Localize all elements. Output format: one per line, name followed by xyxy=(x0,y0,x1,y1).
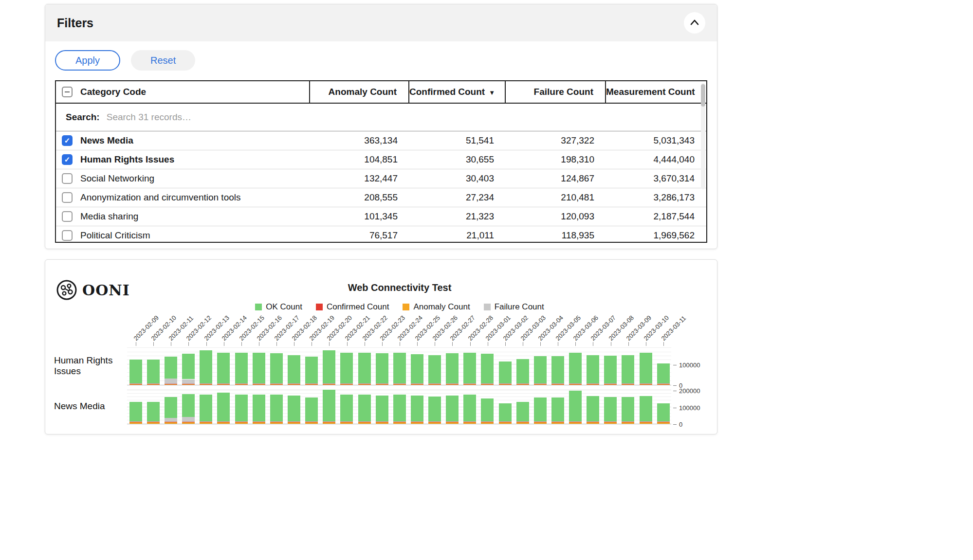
bar-segment-confirmed[interactable] xyxy=(499,384,512,384)
bar-segment-anomaly[interactable] xyxy=(657,384,670,385)
table-row[interactable]: Political Criticism76,51721,011118,9351,… xyxy=(56,226,706,242)
bar-segment-failure[interactable] xyxy=(200,421,212,422)
bar-segment-failure[interactable] xyxy=(288,421,300,422)
apply-button[interactable]: Apply xyxy=(55,50,120,71)
bar-segment-failure[interactable] xyxy=(640,383,652,384)
bar-segment-failure[interactable] xyxy=(622,383,634,384)
bar-segment-failure[interactable] xyxy=(569,421,582,422)
bar-segment-failure[interactable] xyxy=(323,383,335,384)
bar-segment-anomaly[interactable] xyxy=(481,422,494,424)
table-row[interactable]: Social Networking132,44730,403124,8673,6… xyxy=(56,169,706,188)
bar-segment-anomaly[interactable] xyxy=(551,384,564,385)
bar-segment-anomaly[interactable] xyxy=(182,422,195,424)
bar-segment-ok[interactable] xyxy=(323,390,335,421)
bar-segment-failure[interactable] xyxy=(165,418,177,422)
bar-segment-failure[interactable] xyxy=(551,421,564,422)
bar-segment-failure[interactable] xyxy=(323,421,335,422)
bar-segment-failure[interactable] xyxy=(428,383,441,384)
bar-segment-ok[interactable] xyxy=(640,353,652,383)
bar-segment-ok[interactable] xyxy=(499,361,512,383)
bar-segment-confirmed[interactable] xyxy=(516,384,529,384)
bar-segment-failure[interactable] xyxy=(182,379,195,384)
bar-segment-failure[interactable] xyxy=(340,421,353,422)
bar-segment-failure[interactable] xyxy=(270,421,283,422)
bar-segment-ok[interactable] xyxy=(288,396,300,421)
bar-segment-ok[interactable] xyxy=(657,403,670,421)
bar-segment-ok[interactable] xyxy=(217,353,230,383)
search-input[interactable] xyxy=(106,111,697,123)
bar-segment-confirmed[interactable] xyxy=(428,384,441,384)
bar-segment-confirmed[interactable] xyxy=(534,422,547,422)
bar-segment-failure[interactable] xyxy=(516,383,529,384)
column-failure-count[interactable]: Failure Count xyxy=(506,81,606,103)
bar-segment-anomaly[interactable] xyxy=(270,422,283,424)
bar-segment-confirmed[interactable] xyxy=(147,422,160,422)
bar-segment-ok[interactable] xyxy=(253,353,265,383)
row-checkbox[interactable] xyxy=(62,230,73,241)
bar-segment-ok[interactable] xyxy=(622,355,634,383)
bar-segment-anomaly[interactable] xyxy=(622,384,634,385)
bar-segment-ok[interactable] xyxy=(640,396,652,421)
bar-segment-ok[interactable] xyxy=(446,353,459,383)
bar-segment-confirmed[interactable] xyxy=(587,422,599,422)
bar-segment-confirmed[interactable] xyxy=(217,422,230,422)
bar-segment-confirmed[interactable] xyxy=(657,384,670,384)
bar-segment-failure[interactable] xyxy=(499,383,512,384)
bar-segment-anomaly[interactable] xyxy=(604,422,617,424)
bar-segment-anomaly[interactable] xyxy=(428,384,441,385)
bar-segment-ok[interactable] xyxy=(481,398,494,421)
bar-segment-confirmed[interactable] xyxy=(411,384,423,384)
bar-segment-ok[interactable] xyxy=(182,394,195,416)
bar-segment-confirmed[interactable] xyxy=(463,384,476,384)
bar-segment-confirmed[interactable] xyxy=(463,422,476,422)
bar-segment-ok[interactable] xyxy=(393,353,406,383)
bar-segment-failure[interactable] xyxy=(657,383,670,384)
bar-segment-ok[interactable] xyxy=(340,395,353,421)
bar-segment-confirmed[interactable] xyxy=(393,422,406,422)
bar-segment-failure[interactable] xyxy=(182,417,195,422)
bar-segment-anomaly[interactable] xyxy=(376,422,388,424)
bar-segment-ok[interactable] xyxy=(165,357,177,379)
bar-segment-failure[interactable] xyxy=(622,421,634,422)
bar-segment-confirmed[interactable] xyxy=(340,422,353,422)
bar-segment-anomaly[interactable] xyxy=(323,422,335,424)
bar-segment-confirmed[interactable] xyxy=(217,384,230,384)
bar-segment-confirmed[interactable] xyxy=(640,422,652,422)
bar-segment-failure[interactable] xyxy=(235,383,248,384)
bar-segment-anomaly[interactable] xyxy=(305,422,318,424)
bar-segment-ok[interactable] xyxy=(147,360,160,383)
table-row[interactable]: ✓News Media363,13451,541327,3225,031,343 xyxy=(56,131,706,150)
bar-segment-anomaly[interactable] xyxy=(463,384,476,385)
bar-segment-anomaly[interactable] xyxy=(217,384,230,385)
bar-segment-failure[interactable] xyxy=(551,383,564,384)
bar-segment-ok[interactable] xyxy=(358,395,371,421)
column-category-code[interactable]: Category Code xyxy=(56,81,310,103)
bar-segment-ok[interactable] xyxy=(428,397,441,422)
bar-segment-confirmed[interactable] xyxy=(604,422,617,422)
bar-segment-anomaly[interactable] xyxy=(358,384,371,385)
bar-segment-anomaly[interactable] xyxy=(288,422,300,424)
bar-segment-failure[interactable] xyxy=(376,383,388,384)
bar-segment-anomaly[interactable] xyxy=(604,384,617,385)
bar-segment-failure[interactable] xyxy=(481,421,494,422)
bar-segment-failure[interactable] xyxy=(587,421,599,422)
column-measurement-count[interactable]: Measurement Count xyxy=(606,81,706,103)
bar-segment-anomaly[interactable] xyxy=(270,384,283,385)
bar-segment-anomaly[interactable] xyxy=(446,422,459,424)
bar-segment-confirmed[interactable] xyxy=(622,384,634,384)
bar-segment-ok[interactable] xyxy=(569,391,582,421)
bar-segment-failure[interactable] xyxy=(428,421,441,422)
bar-segment-anomaly[interactable] xyxy=(499,384,512,385)
bar-segment-ok[interactable] xyxy=(604,356,617,383)
bar-segment-anomaly[interactable] xyxy=(323,384,335,385)
bar-segment-failure[interactable] xyxy=(446,421,459,422)
bar-segment-ok[interactable] xyxy=(534,356,547,383)
bar-segment-failure[interactable] xyxy=(147,421,160,422)
bar-segment-ok[interactable] xyxy=(182,354,195,379)
bar-segment-confirmed[interactable] xyxy=(165,422,177,422)
bar-segment-anomaly[interactable] xyxy=(640,384,652,385)
column-confirmed-count[interactable]: Confirmed Count▼ xyxy=(409,81,506,103)
row-checkbox[interactable] xyxy=(62,211,73,222)
bar-segment-confirmed[interactable] xyxy=(569,422,582,422)
bar-segment-confirmed[interactable] xyxy=(235,384,248,384)
